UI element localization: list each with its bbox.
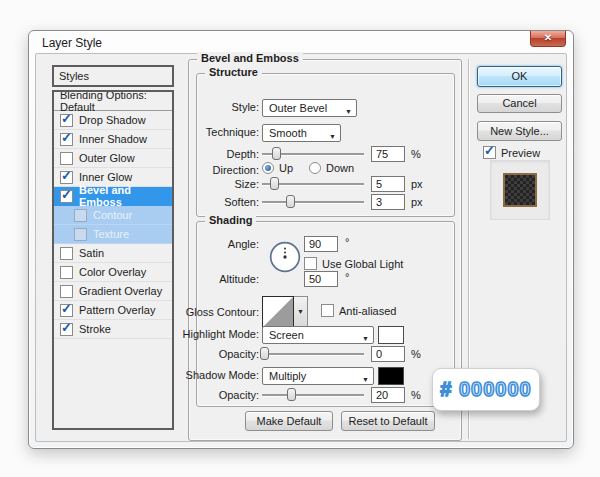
use-global-light-option[interactable]: ✓ Use Global Light: [304, 257, 403, 270]
cancel-button[interactable]: Cancel: [477, 94, 562, 113]
slider-track[interactable]: [262, 394, 364, 397]
sidebar-item-pattern-overlay[interactable]: ✓Pattern Overlay: [54, 301, 172, 320]
soften-slider[interactable]: [262, 193, 364, 211]
checkbox-icon[interactable]: ✓: [483, 146, 496, 159]
slider-track[interactable]: [262, 201, 364, 204]
reset-to-default-button[interactable]: Reset to Default: [341, 411, 435, 431]
altitude-unit: °: [345, 271, 349, 283]
shadow-opacity-input[interactable]: [371, 387, 405, 403]
shading-group: Shading Angle: ° ✓ Use Global Light Alti…: [196, 221, 455, 407]
soften-unit: px: [411, 196, 423, 208]
anti-aliased-option[interactable]: ✓ Anti-aliased: [321, 304, 396, 317]
checkbox-icon[interactable]: ✓: [60, 304, 73, 317]
altitude-label: Altitude:: [219, 273, 259, 285]
shadow-mode-select[interactable]: Multiply ▼: [262, 367, 374, 385]
sidebar-item-satin[interactable]: ✓Satin: [54, 244, 172, 263]
checkbox-icon[interactable]: ✓: [60, 247, 73, 260]
depth-label: Depth:: [227, 148, 259, 160]
checkbox-icon[interactable]: ✓: [321, 304, 334, 317]
radio-icon[interactable]: [309, 162, 321, 174]
bevel-and-emboss-group: Bevel and Emboss Structure Style: Outer …: [188, 59, 462, 441]
checkbox-icon[interactable]: ✓: [60, 323, 73, 336]
style-preview-box: [490, 160, 550, 220]
technique-select[interactable]: Smooth ▼: [262, 124, 341, 142]
checkbox-icon[interactable]: ✓: [60, 114, 73, 127]
gloss-contour-thumbnail[interactable]: [262, 296, 294, 328]
shadow-opacity-slider[interactable]: [262, 386, 364, 404]
checkbox-icon[interactable]: ✓: [60, 171, 73, 184]
sidebar-item-label: Outer Glow: [79, 152, 135, 164]
preview-option[interactable]: ✓ Preview: [483, 146, 540, 159]
sidebar-item-label: Contour: [93, 209, 132, 221]
checkbox-icon[interactable]: ✓: [74, 228, 87, 241]
gloss-contour-label: Gloss Contour:: [186, 306, 259, 318]
checkbox-icon[interactable]: ✓: [60, 285, 73, 298]
checkbox-icon[interactable]: ✓: [60, 266, 73, 279]
color-hex-value: # 000000: [440, 378, 531, 401]
gloss-contour-dropdown-button[interactable]: ▼: [294, 296, 308, 328]
dialog-title: Layer Style: [42, 36, 102, 50]
direction-down-option[interactable]: Down: [309, 162, 354, 174]
size-label: Size:: [235, 178, 259, 190]
title-bar[interactable]: Layer Style ✕: [29, 31, 573, 53]
altitude-input[interactable]: [304, 271, 338, 287]
sidebar-item-label: Texture: [93, 228, 129, 240]
sidebar-item-drop-shadow[interactable]: ✓Drop Shadow: [54, 111, 172, 130]
slider-thumb[interactable]: [272, 147, 281, 160]
sidebar-item-stroke[interactable]: ✓Stroke: [54, 320, 172, 339]
slider-thumb[interactable]: [287, 388, 296, 401]
highlight-mode-select[interactable]: Screen ▼: [262, 326, 374, 344]
highlight-mode-value: Screen: [269, 329, 304, 341]
layer-style-dialog: Layer Style ✕ Styles Blending Options: D…: [28, 30, 574, 449]
soften-input[interactable]: [371, 194, 405, 210]
contour-shape: [263, 297, 293, 327]
sidebar-item-texture[interactable]: ✓Texture: [54, 225, 172, 244]
sidebar-item-label: Pattern Overlay: [79, 304, 155, 316]
highlight-color-swatch[interactable]: [378, 326, 404, 344]
sidebar-item-color-overlay[interactable]: ✓Color Overlay: [54, 263, 172, 282]
checkbox-icon[interactable]: ✓: [74, 209, 87, 222]
make-default-button[interactable]: Make Default: [245, 411, 333, 431]
slider-thumb[interactable]: [260, 347, 269, 360]
styles-header: Styles: [52, 65, 174, 87]
sidebar-item-inner-shadow[interactable]: ✓Inner Shadow: [54, 130, 172, 149]
style-select[interactable]: Outer Bevel ▼: [262, 99, 357, 117]
slider-thumb[interactable]: [286, 195, 295, 208]
depth-input[interactable]: [371, 146, 405, 162]
highlight-opacity-slider[interactable]: [262, 345, 364, 363]
angle-unit: °: [345, 236, 349, 248]
size-slider[interactable]: [262, 175, 364, 193]
shadow-mode-label: Shadow Mode:: [186, 369, 259, 381]
shadow-color-swatch[interactable]: [378, 367, 404, 385]
slider-track[interactable]: [262, 353, 364, 356]
structure-group-title: Structure: [205, 66, 262, 78]
structure-group: Structure Style: Outer Bevel ▼ Technique…: [196, 73, 455, 217]
depth-slider[interactable]: [262, 145, 364, 163]
ok-button[interactable]: OK: [477, 66, 562, 87]
angle-dial[interactable]: [269, 241, 301, 273]
sidebar-item-outer-glow[interactable]: ✓Outer Glow: [54, 149, 172, 168]
dialog-body: Styles Blending Options: Default✓Drop Sh…: [35, 53, 567, 442]
checkbox-icon[interactable]: ✓: [304, 257, 317, 270]
color-tooltip: # 000000: [432, 368, 540, 411]
highlight-opacity-input[interactable]: [371, 346, 405, 362]
slider-thumb[interactable]: [270, 177, 279, 190]
sidebar-item-bevel-and-emboss[interactable]: ✓Bevel and Emboss: [54, 187, 172, 206]
style-select-value: Outer Bevel: [269, 102, 327, 114]
radio-icon[interactable]: [262, 162, 274, 174]
angle-input[interactable]: [304, 236, 338, 252]
direction-up-option[interactable]: Up: [262, 162, 293, 174]
close-button[interactable]: ✕: [530, 31, 566, 47]
checkbox-icon[interactable]: ✓: [60, 133, 73, 146]
new-style-button[interactable]: New Style...: [477, 121, 562, 141]
sidebar-item-label: Inner Glow: [79, 171, 132, 183]
shadow-mode-value: Multiply: [269, 370, 306, 382]
sidebar-item-blending-options-default[interactable]: Blending Options: Default: [54, 92, 172, 111]
preview-label: Preview: [501, 147, 540, 159]
pattern-preview-thumbnail: [503, 173, 537, 207]
checkbox-icon[interactable]: ✓: [60, 190, 73, 203]
sidebar-item-contour[interactable]: ✓Contour: [54, 206, 172, 225]
checkbox-icon[interactable]: ✓: [60, 152, 73, 165]
size-input[interactable]: [371, 176, 405, 192]
sidebar-item-gradient-overlay[interactable]: ✓Gradient Overlay: [54, 282, 172, 301]
